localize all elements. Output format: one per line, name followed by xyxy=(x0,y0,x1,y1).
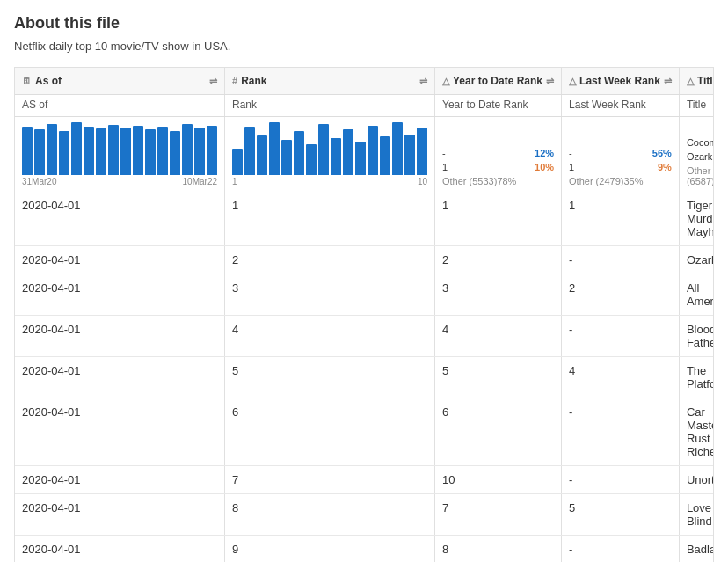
cell-title: Tiger King: Murder, Mayhem … xyxy=(679,192,714,246)
cell-rank: 5 xyxy=(225,357,435,398)
col-header-as-of: 🗓 As of ⇌ xyxy=(15,68,225,95)
bar xyxy=(108,125,119,175)
chart-label-start-as-of: 31Mar20 xyxy=(22,177,56,186)
sort-icon-rank[interactable]: ⇌ xyxy=(419,76,427,87)
bar xyxy=(417,128,427,175)
pie-label-ytd-0: - xyxy=(442,148,446,158)
pie-item-ytd-other: Other (5533) 78% xyxy=(442,176,516,186)
pie-item-lw-1: 1 9% xyxy=(569,162,672,172)
bar xyxy=(120,128,131,175)
bar xyxy=(34,129,45,175)
cell-title: The Platform xyxy=(679,357,714,398)
cell-rank: 1 xyxy=(225,192,435,246)
pie-item-title-0: Cocomelon 6% xyxy=(687,137,714,148)
subtitle-lw-rank: Last Week Rank xyxy=(562,95,680,117)
page-description: Netflix daily top 10 movie/TV show in US… xyxy=(14,40,714,53)
pie-label-ytd-1: 1 xyxy=(442,162,448,172)
cell-as_of: 2020-04-01 xyxy=(15,398,225,466)
cell-ytd_rank: 3 xyxy=(435,274,562,316)
pie-chart-ytd: - 12% 1 10% Other (5533) 78% xyxy=(442,148,554,186)
bar xyxy=(318,124,329,175)
chart-cell-title: Cocomelon 6% Ozark 1% Other (6587) 93% xyxy=(679,117,714,193)
cell-title: Car Masters: Rust to Riches xyxy=(679,398,714,466)
pie-item-lw-other: Other (2479) 35% xyxy=(569,176,643,186)
bar xyxy=(47,124,57,175)
cell-lw_rank: 4 xyxy=(562,357,680,398)
cell-rank: 4 xyxy=(225,316,435,357)
bar xyxy=(182,124,193,175)
cell-as_of: 2020-04-01 xyxy=(15,466,225,494)
bar xyxy=(71,122,82,175)
subtitle-title: Title xyxy=(679,95,714,117)
table-row: 2020-04-01875Love is Blind xyxy=(15,494,714,536)
cell-lw_rank: - xyxy=(562,316,680,357)
cell-lw_rank: 2 xyxy=(562,274,680,316)
bar xyxy=(157,127,168,175)
chart-labels-as-of: 31Mar20 10Mar22 xyxy=(22,177,217,186)
bar xyxy=(294,131,304,175)
cell-rank: 2 xyxy=(225,246,435,274)
cell-title: Love is Blind xyxy=(679,494,714,536)
page-title: About this file xyxy=(14,14,714,33)
bar xyxy=(22,127,33,175)
cell-ytd_rank: 4 xyxy=(435,316,562,357)
calendar-icon: 🗓 xyxy=(22,76,32,86)
pie-label-lw-1: 1 xyxy=(569,162,574,172)
cell-title: Blood Father xyxy=(679,316,714,357)
cell-ytd_rank: 1 xyxy=(435,192,562,246)
pie-label-title-0: Cocomelon xyxy=(687,137,714,148)
col-header-lw-rank: △ Last Week Rank ⇌ xyxy=(562,68,680,95)
cell-ytd_rank: 6 xyxy=(435,398,562,466)
sort-icon-lw[interactable]: ⇌ xyxy=(664,76,672,87)
subtitle-row: AS of Rank Year to Date Rank Last Week R… xyxy=(15,95,714,117)
cell-lw_rank: 1 xyxy=(562,192,680,246)
cell-title: All American xyxy=(679,274,714,316)
cell-as_of: 2020-04-01 xyxy=(15,536,225,563)
data-table: 🗓 As of ⇌ # Rank ⇌ xyxy=(15,68,714,562)
bar xyxy=(133,126,143,175)
header-row: 🗓 As of ⇌ # Rank ⇌ xyxy=(15,68,714,95)
cell-as_of: 2020-04-01 xyxy=(15,494,225,536)
bar xyxy=(84,127,94,175)
sort-icon-ytd[interactable]: ⇌ xyxy=(546,76,554,87)
pie-label-lw-0: - xyxy=(569,148,572,158)
data-table-wrapper: 🗓 As of ⇌ # Rank ⇌ xyxy=(14,67,714,562)
chart-label-end-as-of: 10Mar22 xyxy=(183,177,217,186)
table-row: 2020-04-0198-Badland xyxy=(15,536,714,563)
bar xyxy=(331,138,341,175)
pie-item-lw-0: - 56% xyxy=(569,148,672,158)
bar xyxy=(306,144,317,175)
subtitle-as-of: AS of xyxy=(15,95,225,117)
bar xyxy=(194,128,205,175)
pie-item-ytd-0: - 12% xyxy=(442,148,554,158)
pie-pct-lw-other: 35% xyxy=(623,176,643,186)
cell-title: Unorthodox xyxy=(679,466,714,494)
col-label-as-of: As of xyxy=(35,75,62,87)
cell-as_of: 2020-04-01 xyxy=(15,357,225,398)
cell-lw_rank: - xyxy=(562,246,680,274)
chart-cell-ytd: - 12% 1 10% Other (5533) 78% xyxy=(435,117,562,193)
pie-pct-ytd-other: 78% xyxy=(497,176,516,186)
bar xyxy=(232,149,243,175)
bar xyxy=(145,129,156,175)
cell-ytd_rank: 7 xyxy=(435,494,562,536)
pie-item-ytd-1: 1 10% xyxy=(442,162,554,172)
pie-label-ytd-other: Other (5533) xyxy=(442,176,497,186)
cell-ytd_rank: 10 xyxy=(435,466,562,494)
col-label-lw-rank: Last Week Rank xyxy=(579,75,660,87)
cell-rank: 8 xyxy=(225,494,435,536)
cell-lw_rank: - xyxy=(562,398,680,466)
bar xyxy=(368,126,378,175)
triangle-icon-ytd: △ xyxy=(442,76,449,87)
bar xyxy=(355,142,366,175)
table-row: 2020-04-01710-Unorthodox xyxy=(15,466,714,494)
bar xyxy=(392,122,403,175)
sort-icon-as-of[interactable]: ⇌ xyxy=(209,76,217,87)
bar xyxy=(59,131,69,175)
pie-label-lw-other: Other (2479) xyxy=(569,176,623,186)
hash-icon: # xyxy=(232,76,237,86)
subtitle-ytd-rank: Year to Date Rank xyxy=(435,95,562,117)
col-header-title: △ Title ⇌ xyxy=(679,68,714,95)
table-row: 2020-04-01332All American xyxy=(15,274,714,316)
chart-cell-as-of: 31Mar20 10Mar22 xyxy=(15,117,225,193)
